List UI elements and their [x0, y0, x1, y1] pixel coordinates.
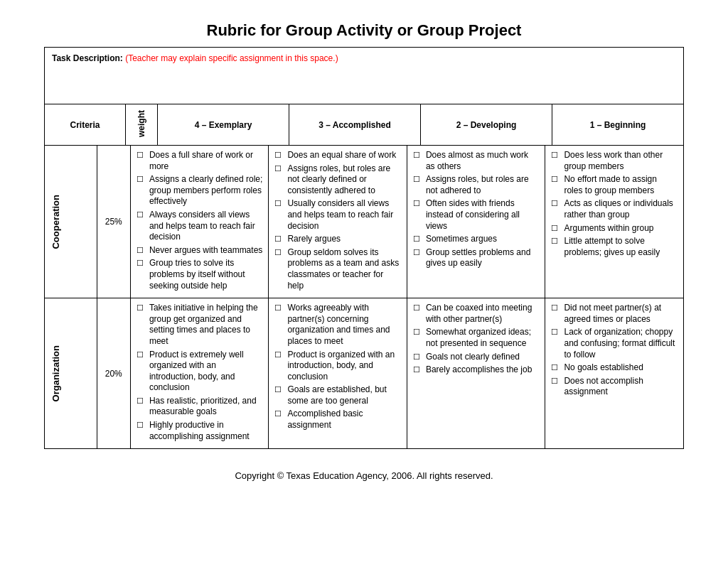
weight-cell-0: 25%: [97, 146, 130, 298]
header-criteria: Criteria: [45, 104, 126, 146]
col1-item-0-1: No effort made to assign roles to group …: [551, 174, 678, 196]
col1-cell-1: Did not meet partner(s) at agreed times …: [545, 298, 684, 449]
criteria-cell-0: Cooperation: [45, 146, 97, 298]
col3-item-1-1: Product is organized with an introductio…: [274, 350, 401, 383]
col2-cell-0: Does almost as much work as othersAssign…: [407, 146, 545, 298]
col2-item-0-3: Sometimes argues: [413, 234, 540, 245]
col3-item-1-2: Goals are established, but some are too …: [274, 384, 401, 406]
header-row: Criteria weight 4 – Exemplary 3 – Accomp…: [45, 104, 684, 146]
col3-item-0-0: Does an equal share of work: [274, 150, 401, 161]
col1-item-0-4: Little attempt to solve problems; gives …: [551, 236, 678, 258]
col4-item-0-2: Always considers all views and helps tea…: [136, 210, 263, 243]
criteria-cell-1: Organization: [45, 298, 97, 449]
page-title: Rubric for Group Activity or Group Proje…: [207, 21, 522, 40]
col2-item-1-1: Somewhat organized ideas; not presented …: [413, 327, 540, 349]
col4-item-0-0: Does a full share of work or more: [136, 150, 263, 172]
col3-item-0-2: Usually considers all views and helps te…: [274, 198, 401, 232]
col2-item-0-1: Assigns roles, but roles are not adhered…: [413, 174, 540, 196]
col3-item-0-3: Rarely argues: [274, 234, 401, 245]
col2-item-1-2: Goals not clearly defined: [413, 352, 540, 363]
task-description-cell: Task Description: (Teacher may explain s…: [45, 48, 684, 104]
col4-item-0-3: Never argues with teammates: [136, 245, 263, 256]
header-col2: 2 – Developing: [421, 104, 552, 146]
rubric-table: Task Description: (Teacher may explain s…: [44, 47, 684, 146]
col4-item-0-1: Assigns a clearly defined role; group me…: [136, 174, 263, 207]
col4-cell-0: Does a full share of work or moreAssigns…: [130, 146, 269, 298]
header-col4: 4 – Exemplary: [158, 104, 289, 146]
col3-item-0-1: Assigns roles, but roles are not clearly…: [274, 163, 401, 197]
col4-item-1-0: Takes initiative in helping the group ge…: [136, 303, 263, 347]
col1-item-1-3: Does not accomplish assignment: [551, 376, 678, 398]
col2-item-0-0: Does almost as much work as others: [413, 150, 540, 172]
col3-item-0-4: Group seldom solves its problems as a te…: [274, 247, 401, 291]
col3-item-1-3: Accomplished basic assignment: [274, 409, 401, 431]
header-col1: 1 – Beginning: [552, 104, 684, 146]
footer: Copyright © Texas Education Agency, 2006…: [235, 470, 493, 481]
col1-item-1-0: Did not meet partner(s) at agreed times …: [551, 303, 678, 325]
col1-item-0-3: Arguments within group: [551, 223, 678, 234]
col2-cell-1: Can be coaxed into meeting with other pa…: [407, 298, 545, 449]
criteria-label-0: Cooperation: [50, 195, 61, 249]
col3-cell-1: Works agreeably with partner(s) concerni…: [269, 298, 407, 449]
header-col3: 3 – Accomplished: [289, 104, 421, 146]
col1-item-1-2: No goals established: [551, 362, 678, 374]
col1-item-0-0: Does less work than other group members: [551, 150, 678, 172]
task-description-row: Task Description: (Teacher may explain s…: [45, 48, 684, 104]
header-weight: weight: [126, 104, 158, 146]
col3-cell-0: Does an equal share of workAssigns roles…: [269, 146, 407, 298]
col4-item-1-3: Highly productive in accomplishing assig…: [136, 420, 263, 442]
col2-item-1-3: Barely accomplishes the job: [413, 364, 540, 376]
col1-cell-0: Does less work than other group membersN…: [545, 146, 684, 298]
col2-item-1-0: Can be coaxed into meeting with other pa…: [413, 303, 540, 325]
col4-item-1-1: Product is extremely well organized with…: [136, 350, 263, 394]
criteria-label-1: Organization: [50, 345, 61, 401]
col1-item-0-2: Acts as cliques or individuals rather th…: [551, 198, 678, 220]
task-value: (Teacher may explain specific assignment…: [125, 53, 338, 63]
col3-item-1-0: Works agreeably with partner(s) concerni…: [274, 303, 401, 347]
weight-cell-1: 20%: [97, 298, 130, 449]
task-label: Task Description:: [52, 53, 123, 63]
col4-item-1-2: Has realistic, prioritized, and measurab…: [136, 396, 263, 418]
col1-item-1-1: Lack of organization; choppy and confusi…: [551, 327, 678, 360]
col2-item-0-4: Group settles problems and gives up easi…: [413, 247, 540, 269]
col4-item-0-4: Group tries to solve its problems by its…: [136, 258, 263, 291]
col2-item-0-2: Often sides with friends instead of cons…: [413, 198, 540, 232]
col4-cell-1: Takes initiative in helping the group ge…: [130, 298, 269, 449]
